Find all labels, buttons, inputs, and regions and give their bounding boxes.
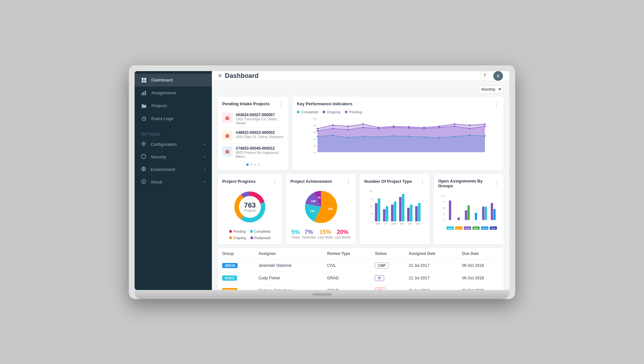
- assigned-date-cell: 21 Jul 2017: [404, 272, 458, 284]
- topbar: ≡ Dashboard ? A: [212, 71, 509, 81]
- globe-icon: [141, 166, 146, 173]
- group-badge: HVAC: [222, 275, 237, 281]
- assignments-table: GroupAssigneeReview TypeStatusAssigned D…: [218, 248, 504, 290]
- gear-icon: [141, 141, 146, 147]
- monthly-filter[interactable]: Monthly Daily Weekly Yearly: [478, 86, 504, 93]
- svg-text:PRI: PRI: [400, 223, 404, 225]
- svg-rect-126: [493, 209, 496, 220]
- project-achievement-menu[interactable]: ⋮: [346, 179, 351, 184]
- project-item[interactable]: #74653-00045-0000128502 Preston Rd. Ingl…: [222, 144, 284, 161]
- cards-row-1: Pending Intake Projects ⋮ #03624-00027-0…: [218, 97, 504, 170]
- svg-rect-16: [225, 151, 229, 154]
- project-info: #74653-00045-0000128502 Preston Rd. Ingl…: [236, 146, 284, 158]
- dot-1[interactable]: [246, 163, 249, 166]
- open-assignments-menu[interactable]: ⋮: [493, 181, 499, 186]
- svg-rect-114: [465, 210, 467, 220]
- sidebar-item-label: Dashboard: [151, 78, 173, 82]
- svg-rect-80: [375, 203, 378, 221]
- dot-2[interactable]: [250, 163, 252, 166]
- svg-text:50: 50: [370, 205, 373, 207]
- sidebar-item-label: Environment: [151, 167, 175, 172]
- user-avatar[interactable]: A: [493, 71, 503, 81]
- table-column-header: Due Date: [458, 248, 504, 259]
- svg-marker-17: [225, 149, 230, 151]
- svg-text:100: 100: [441, 194, 445, 197]
- svg-text:75: 75: [370, 197, 373, 200]
- svg-rect-81: [378, 198, 380, 221]
- kpi-menu[interactable]: ⋮: [493, 101, 499, 107]
- svg-text:30: 30: [313, 138, 316, 141]
- sidebar-item-label: Projects: [151, 103, 167, 108]
- svg-text:IP: IP: [385, 223, 387, 225]
- sidebar-item-security[interactable]: Security▾: [135, 151, 212, 163]
- shield-icon: [141, 154, 146, 160]
- project-type-menu[interactable]: ⋮: [420, 179, 425, 184]
- open-assignments-chart: 0255075100HVACBLDGGRADMEPARCHCIVL: [438, 191, 499, 233]
- assignee-cell: Darlene Robertson: [254, 284, 323, 290]
- sidebar-item-projects[interactable]: Projects: [135, 99, 212, 112]
- sidebar-item-configuration[interactable]: Configuration▾: [135, 138, 212, 151]
- svg-rect-108: [449, 201, 451, 220]
- project-item[interactable]: #48923-00023-0000026391 Elgin St. Celina…: [222, 128, 284, 144]
- table-row[interactable]: ARCH Jeremiah Osborne CIVL CMP 21 Jul 20…: [218, 259, 504, 272]
- svg-point-56: [347, 126, 349, 127]
- svg-rect-125: [491, 203, 493, 220]
- donut-container: 763 Projects PendingCompletedOngoingPost…: [222, 188, 278, 240]
- donut-legend-item: Postponed: [251, 236, 270, 240]
- review-type-cell: GRAD: [323, 272, 371, 284]
- svg-point-62: [439, 126, 440, 127]
- settings-label: Settings: [141, 132, 160, 136]
- project-type-card: Number Of Project Type ⋮ 0255075100CMPIP…: [360, 174, 430, 244]
- pending-intake-title: Pending Intake Projects: [222, 101, 270, 106]
- project-progress-card: Project Progress ⋮ 763 Projects: [218, 174, 282, 244]
- dot-4[interactable]: [258, 163, 260, 166]
- table-column-header: Assigned Date: [404, 248, 458, 259]
- table: GroupAssigneeReview TypeStatusAssigned D…: [218, 248, 504, 290]
- sidebar-item-label: Event Logs: [151, 116, 173, 121]
- svg-text:75: 75: [442, 201, 445, 203]
- svg-point-64: [469, 124, 470, 126]
- help-icon[interactable]: ?: [480, 71, 489, 81]
- project-item[interactable]: #03624-00027-0000071901 Thornridge Cir. …: [222, 110, 284, 128]
- svg-rect-86: [391, 204, 394, 221]
- pie-chart-wrapper: 62323416078: [290, 188, 351, 226]
- donut-wrapper: 763 Projects: [231, 188, 269, 226]
- donut-legend-item: Pending: [229, 229, 246, 233]
- svg-point-63: [454, 123, 455, 125]
- svg-marker-13: [225, 116, 230, 118]
- assignee-cell: Cody Fisher: [254, 272, 323, 284]
- stat-item: 5%Today: [291, 229, 300, 239]
- project-progress-menu[interactable]: ⋮: [272, 179, 278, 184]
- project-progress-title: Project Progress: [222, 179, 256, 184]
- sidebar-item-about[interactable]: About▾: [135, 176, 212, 188]
- topbar-right: ? A: [480, 71, 503, 81]
- kpi-title: Key Performance Indicators: [297, 101, 353, 106]
- project-type-title: Number Of Project Type: [364, 179, 412, 184]
- sidebar-item-assignments[interactable]: Assignments: [135, 87, 212, 99]
- pending-intake-menu[interactable]: ⋮: [278, 101, 284, 107]
- sidebar-item-environment[interactable]: Environment▾: [135, 163, 212, 176]
- settings-section: Settings: [135, 128, 212, 138]
- svg-text:623: 623: [328, 207, 333, 210]
- project-icon: [222, 146, 232, 156]
- table-row[interactable]: HVAC Cody Fisher GRAD IP 21 Jul 2017 06 …: [218, 272, 504, 284]
- svg-point-58: [378, 126, 379, 128]
- page-title: Dashboard: [225, 72, 259, 79]
- svg-point-65: [484, 123, 486, 125]
- table-row[interactable]: BLDG Darlene Robertson GRAD OH 21 Jul 20…: [218, 284, 504, 290]
- svg-text:CIVL: CIVL: [491, 228, 495, 229]
- clock-icon: [141, 116, 147, 122]
- svg-rect-90: [402, 194, 404, 221]
- svg-rect-3: [144, 80, 146, 82]
- sidebar-item-event-logs[interactable]: Event Logs: [135, 112, 212, 125]
- project-achievement-title: Project Achievement: [290, 179, 332, 184]
- dot-3[interactable]: [254, 163, 256, 166]
- svg-point-57: [362, 123, 364, 125]
- svg-rect-121: [482, 207, 484, 220]
- hamburger-icon[interactable]: ≡: [218, 72, 222, 79]
- stat-item: 15%Last Week: [318, 229, 333, 239]
- sidebar-item-dashboard[interactable]: Dashboard: [135, 74, 212, 87]
- status-badge: IP: [375, 275, 384, 281]
- grid-icon: [141, 77, 147, 83]
- status-cell: IP: [370, 272, 404, 284]
